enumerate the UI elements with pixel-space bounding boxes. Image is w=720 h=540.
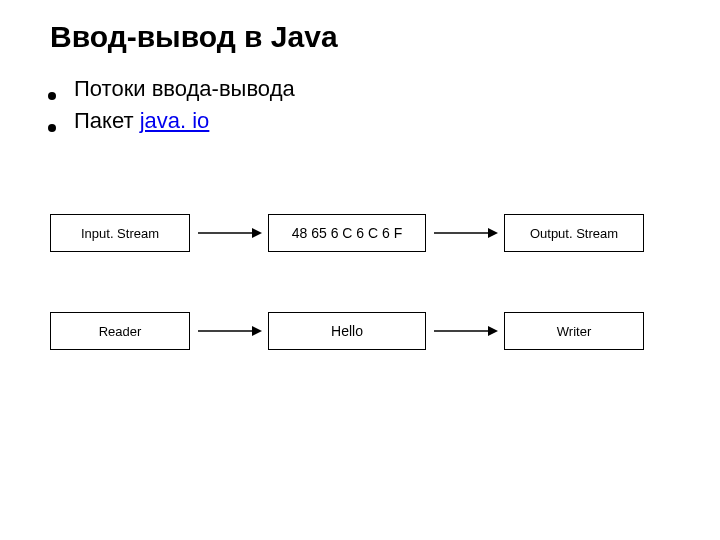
svg-marker-1 xyxy=(252,228,262,238)
javaio-link[interactable]: java. io xyxy=(140,108,210,133)
slide-container: Ввод-вывод в Java Потоки ввода-вывода Па… xyxy=(0,0,720,540)
box-reader: Reader xyxy=(50,312,190,350)
bullet-item-1: Потоки ввода-вывода xyxy=(48,76,690,102)
bullet-dot-icon xyxy=(48,124,56,132)
diagram-area: Input. Stream 48 65 6 C 6 C 6 F Output. … xyxy=(50,214,690,350)
box-outputstream: Output. Stream xyxy=(504,214,644,252)
bullet-dot-icon xyxy=(48,92,56,100)
bullet-text-2-prefix: Пакет xyxy=(74,108,140,133)
svg-marker-3 xyxy=(488,228,498,238)
bullet-item-2: Пакет java. io xyxy=(48,108,690,134)
bullet-list: Потоки ввода-вывода Пакет java. io xyxy=(48,76,690,134)
svg-marker-5 xyxy=(252,326,262,336)
arrow-icon xyxy=(194,321,264,341)
bullet-text-2: Пакет java. io xyxy=(74,108,209,134)
bullet-text-1: Потоки ввода-вывода xyxy=(74,76,295,102)
box-writer: Writer xyxy=(504,312,644,350)
box-inputstream: Input. Stream xyxy=(50,214,190,252)
arrow-icon xyxy=(430,321,500,341)
box-hello: Hello xyxy=(268,312,426,350)
diagram-row-2: Reader Hello Writer xyxy=(50,312,690,350)
arrow-icon xyxy=(430,223,500,243)
box-hexbytes: 48 65 6 C 6 C 6 F xyxy=(268,214,426,252)
svg-marker-7 xyxy=(488,326,498,336)
diagram-row-1: Input. Stream 48 65 6 C 6 C 6 F Output. … xyxy=(50,214,690,252)
slide-title: Ввод-вывод в Java xyxy=(50,20,690,54)
arrow-icon xyxy=(194,223,264,243)
